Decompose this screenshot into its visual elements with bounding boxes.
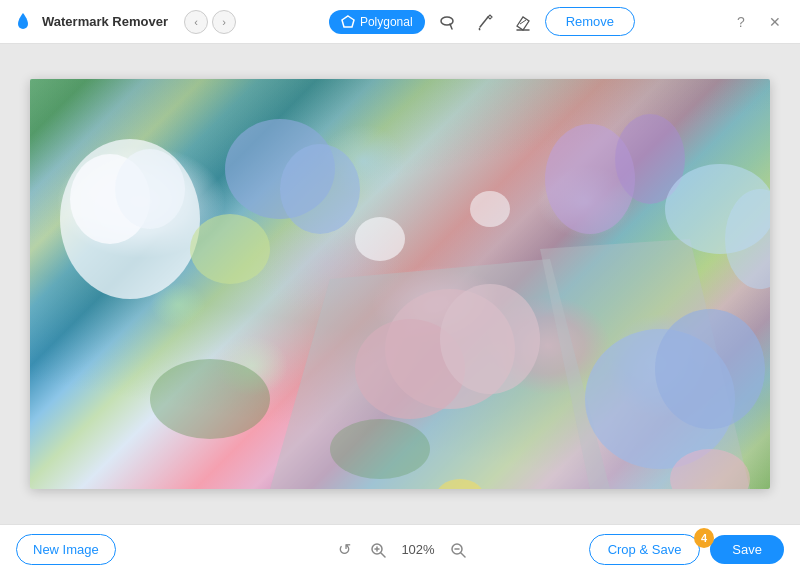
titlebar-center: Polygonal Remove — [329, 6, 635, 38]
brush-tool-button[interactable] — [469, 6, 501, 38]
brush-icon — [476, 13, 494, 31]
save-button[interactable]: Save — [710, 535, 784, 564]
rotate-button[interactable]: ↺ — [330, 536, 358, 564]
titlebar-left: Watermark Remover ‹ › — [12, 10, 236, 34]
polygonal-tool-button[interactable]: Polygonal — [329, 10, 425, 34]
bottom-left: New Image — [16, 534, 116, 565]
titlebar-right: ? ✕ — [728, 9, 788, 35]
svg-line-34 — [461, 553, 465, 557]
remove-button[interactable]: Remove — [545, 7, 635, 36]
svg-point-19 — [330, 419, 430, 479]
svg-line-2 — [450, 24, 452, 29]
polygonal-icon — [341, 15, 355, 29]
image-canvas[interactable] — [30, 79, 770, 489]
new-image-button[interactable]: New Image — [16, 534, 116, 565]
titlebar: Watermark Remover ‹ › Polygonal — [0, 0, 800, 44]
zoom-out-icon — [450, 542, 466, 558]
svg-point-18 — [150, 359, 270, 439]
polygonal-label: Polygonal — [360, 15, 413, 29]
help-button[interactable]: ? — [728, 9, 754, 35]
svg-point-10 — [190, 214, 270, 284]
main-canvas-area[interactable] — [0, 44, 800, 524]
zoom-in-icon — [370, 542, 386, 558]
svg-point-17 — [655, 309, 765, 429]
bottom-toolbar: New Image ↺ 102% 4 Crop & Save Save — [0, 524, 800, 574]
flower-detail-svg — [30, 79, 770, 489]
back-button[interactable]: ‹ — [184, 10, 208, 34]
notification-badge: 4 — [694, 528, 714, 548]
lasso-icon — [438, 13, 456, 31]
svg-point-9 — [280, 144, 360, 234]
crop-save-button[interactable]: Crop & Save — [589, 534, 701, 565]
close-button[interactable]: ✕ — [762, 9, 788, 35]
eraser-tool-button[interactable] — [507, 6, 539, 38]
zoom-out-button[interactable] — [446, 538, 470, 562]
flower-image — [30, 79, 770, 489]
bottom-right: 4 Crop & Save Save — [589, 534, 784, 565]
svg-line-30 — [381, 553, 385, 557]
svg-marker-0 — [342, 16, 354, 27]
svg-point-28 — [470, 191, 510, 227]
zoom-controls: ↺ 102% — [330, 536, 470, 564]
app-title: Watermark Remover — [42, 14, 168, 29]
forward-button[interactable]: › — [212, 10, 236, 34]
svg-point-7 — [115, 149, 185, 229]
zoom-in-button[interactable] — [366, 538, 390, 562]
zoom-level: 102% — [398, 542, 438, 557]
svg-point-27 — [355, 217, 405, 261]
nav-buttons: ‹ › — [184, 10, 236, 34]
app-logo-icon — [12, 11, 34, 33]
eraser-icon — [514, 13, 532, 31]
svg-point-1 — [441, 17, 453, 25]
lasso-tool-button[interactable] — [431, 6, 463, 38]
